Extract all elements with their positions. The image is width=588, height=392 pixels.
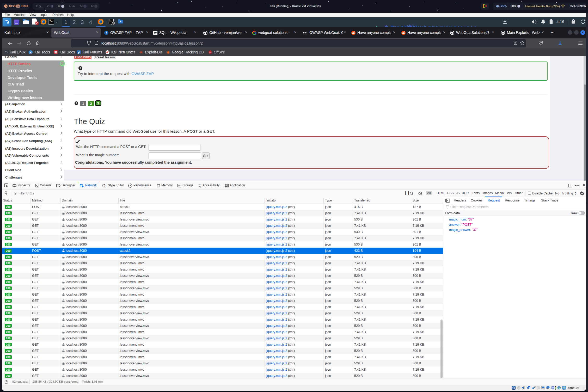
svg-text:W: W: [154, 31, 157, 35]
svg-text:V: V: [552, 387, 554, 389]
